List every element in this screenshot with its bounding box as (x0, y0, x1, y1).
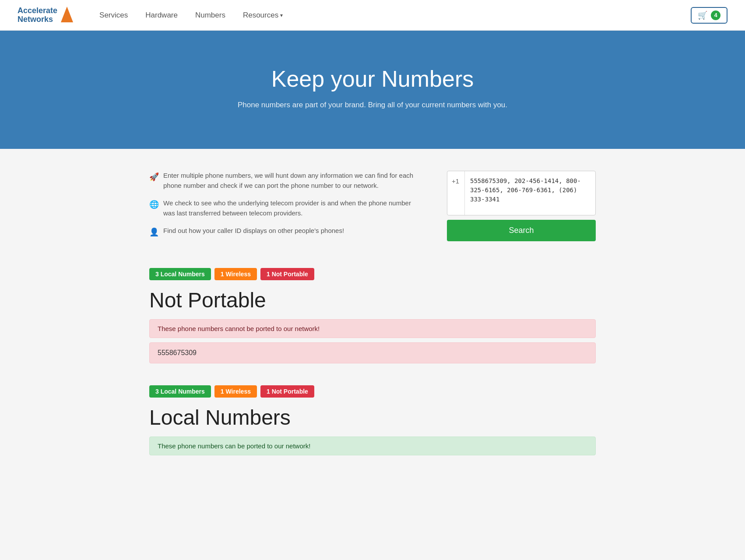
logo-line1: Accelerate (18, 7, 57, 15)
nav-services[interactable]: Services (99, 11, 128, 20)
country-code: +1 (447, 171, 465, 215)
phone-input[interactable]: 5558675309, 202-456-1414, 800-325-6165, … (465, 171, 595, 215)
svg-marker-0 (61, 7, 73, 22)
badge-not-portable-2[interactable]: 1 Not Portable (260, 385, 314, 398)
search-button[interactable]: Search (447, 220, 596, 241)
nav-numbers[interactable]: Numbers (195, 11, 225, 20)
logo-triangle-icon (61, 7, 73, 22)
info-text-3: Find out how your caller ID displays on … (163, 226, 344, 236)
search-box-area: +1 5558675309, 202-456-1414, 800-325-616… (447, 171, 596, 241)
main-header: Accelerate Networks Services Hardware Nu… (0, 0, 745, 31)
results-section: 3 Local Numbers 1 Wireless 1 Not Portabl… (149, 268, 596, 455)
hero-title: Keep your Numbers (18, 66, 727, 92)
cart-icon: 🛒 (698, 11, 707, 20)
chevron-down-icon: ▾ (280, 12, 283, 18)
badge-not-portable-1[interactable]: 1 Not Portable (260, 268, 314, 280)
nav-resources[interactable]: Resources ▾ (243, 11, 283, 20)
logo: Accelerate Networks (18, 7, 73, 24)
search-info: 🚀 Enter multiple phone numbers, we will … (149, 171, 421, 246)
logo-line2: Networks (18, 15, 53, 24)
local-numbers-title: Local Numbers (149, 405, 596, 430)
rocket-icon: 🚀 (149, 171, 159, 183)
info-item-3: 👤 Find out how your caller ID displays o… (149, 226, 421, 238)
badge-local-numbers-1[interactable]: 3 Local Numbers (149, 268, 211, 280)
not-portable-alert: These phone numbers cannot be ported to … (149, 319, 596, 338)
info-item-2: 🌐 We check to see who the underlying tel… (149, 198, 421, 218)
cart-count: 4 (711, 11, 720, 20)
local-numbers-group: Local Numbers These phone numbers can be… (149, 405, 596, 455)
main-nav: Services Hardware Numbers Resources ▾ (99, 11, 691, 20)
globe-icon: 🌐 (149, 199, 159, 211)
badge-wireless-2[interactable]: 1 Wireless (214, 385, 257, 398)
info-item-1: 🚀 Enter multiple phone numbers, we will … (149, 171, 421, 190)
person-icon: 👤 (149, 226, 159, 238)
badge-local-numbers-2[interactable]: 3 Local Numbers (149, 385, 211, 398)
badges-row-1: 3 Local Numbers 1 Wireless 1 Not Portabl… (149, 268, 596, 280)
not-portable-number-1: 5558675309 (149, 342, 596, 363)
badges-row-2: 3 Local Numbers 1 Wireless 1 Not Portabl… (149, 385, 596, 398)
badge-wireless-1[interactable]: 1 Wireless (214, 268, 257, 280)
hero-subtitle: Phone numbers are part of your brand. Br… (18, 101, 727, 109)
info-text-1: Enter multiple phone numbers, we will hu… (163, 171, 421, 190)
not-portable-group: Not Portable These phone numbers cannot … (149, 288, 596, 363)
phone-input-wrapper: +1 5558675309, 202-456-1414, 800-325-616… (447, 171, 596, 215)
hero-section: Keep your Numbers Phone numbers are part… (0, 31, 745, 149)
main-content: 🚀 Enter multiple phone numbers, we will … (132, 149, 613, 499)
local-numbers-alert: These phone numbers can be ported to our… (149, 437, 596, 455)
info-text-2: We check to see who the underlying telec… (163, 198, 421, 218)
nav-hardware[interactable]: Hardware (145, 11, 178, 20)
cart-button[interactable]: 🛒 4 (691, 7, 727, 24)
not-portable-title: Not Portable (149, 288, 596, 312)
search-section: 🚀 Enter multiple phone numbers, we will … (149, 171, 596, 246)
